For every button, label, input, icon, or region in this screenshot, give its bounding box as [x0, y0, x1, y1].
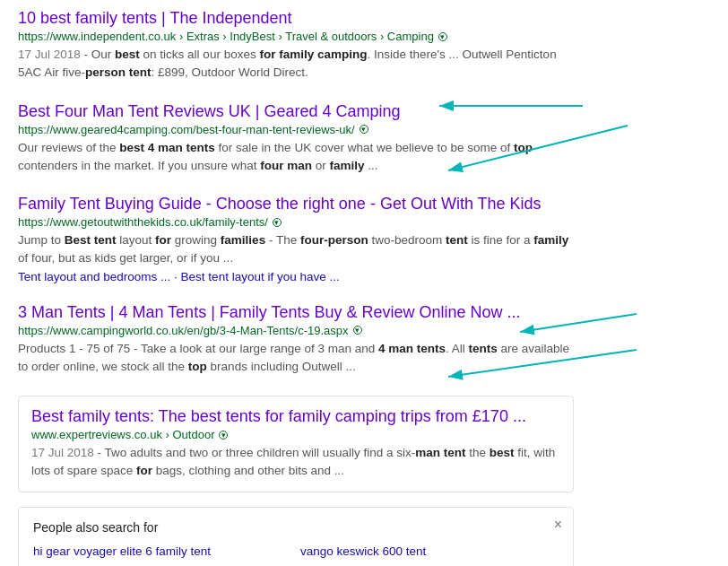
result-1-url: https://www.independent.co.uk › Extras ›… — [18, 30, 574, 43]
result-5-link[interactable]: Best family tents: The best tents for fa… — [31, 407, 526, 425]
search-result-1: 10 best family tents | The Independent h… — [18, 9, 574, 83]
result-5-dropdown[interactable]: ▾ — [219, 431, 228, 440]
result-5-snippet: 17 Jul 2018 - Two adults and two or thre… — [31, 444, 560, 481]
result-3-link[interactable]: Family Tent Buying Guide - Choose the ri… — [18, 195, 542, 213]
people-also-title: People also search for — [33, 520, 559, 535]
result-2-dropdown[interactable]: ▾ — [360, 125, 368, 134]
result-2-link[interactable]: Best Four Man Tent Reviews UK | Geared 4… — [18, 102, 401, 120]
result-3-dropdown[interactable]: ▾ — [273, 218, 282, 227]
result-1-title[interactable]: 10 best family tents | The Independent — [18, 9, 574, 28]
result-4-url: https://www.campingworld.co.uk/en/gb/3-4… — [18, 324, 574, 337]
result-2-title[interactable]: Best Four Man Tent Reviews UK | Geared 4… — [18, 102, 574, 121]
result-3-extra-link[interactable]: Tent layout and bedrooms ... · Best tent… — [18, 270, 574, 283]
people-also-item-4[interactable]: vango nadina 600 family tent — [300, 563, 559, 567]
search-result-4: 3 Man Tents | 4 Man Tents | Family Tents… — [18, 303, 574, 377]
search-result-5: Best family tents: The best tents for fa… — [18, 396, 574, 492]
result-2-url: https://www.geared4camping.com/best-four… — [18, 123, 574, 136]
result-3-title[interactable]: Family Tent Buying Guide - Choose the ri… — [18, 195, 574, 213]
result-4-dropdown[interactable]: ▾ — [353, 326, 362, 335]
people-also-grid: hi gear voyager elite 6 family tent vang… — [33, 544, 559, 567]
result-4-link[interactable]: 3 Man Tents | 4 Man Tents | Family Tents… — [18, 303, 521, 321]
people-also-close-button[interactable]: × — [554, 517, 562, 533]
people-also-link-1[interactable]: hi gear voyager elite 6 family tent — [33, 544, 211, 558]
result-3-url: https://www.getoutwiththekids.co.uk/fami… — [18, 215, 574, 229]
result-2-snippet: Our reviews of the best 4 man tents for … — [18, 139, 574, 176]
result-1-link[interactable]: 10 best family tents | The Independent — [18, 9, 292, 27]
result-5-url: www.expertreviews.co.uk › Outdoor ▾ — [31, 428, 560, 441]
people-also-item-3[interactable]: best tents for couples — [33, 563, 291, 567]
people-also-item-1[interactable]: hi gear voyager elite 6 family tent — [33, 544, 291, 558]
search-result-2: Best Four Man Tent Reviews UK | Geared 4… — [18, 102, 574, 176]
people-also-box: People also search for × hi gear voyager… — [18, 507, 574, 567]
result-5-title[interactable]: Best family tents: The best tents for fa… — [31, 407, 560, 426]
result-3-snippet: Jump to Best tent layout for growing fam… — [18, 231, 574, 268]
people-also-item-2[interactable]: vango keswick 600 tent — [300, 544, 559, 558]
people-also-link-2[interactable]: vango keswick 600 tent — [300, 544, 426, 558]
result-4-title[interactable]: 3 Man Tents | 4 Man Tents | Family Tents… — [18, 303, 574, 322]
search-result-3: Family Tent Buying Guide - Choose the ri… — [18, 195, 574, 283]
result-1-dropdown[interactable]: ▾ — [438, 32, 447, 41]
result-1-snippet: 17 Jul 2018 - Our best on ticks all our … — [18, 46, 574, 83]
result-4-snippet: Products 1 - 75 of 75 - Take a look at o… — [18, 340, 574, 377]
